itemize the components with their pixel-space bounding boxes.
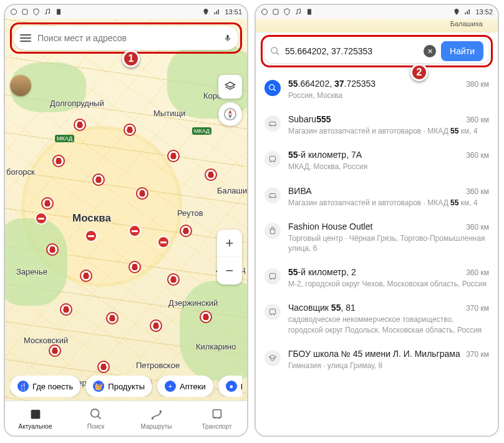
result-subtitle: М-2, городской округ Чехов, Московская о… bbox=[288, 279, 489, 289]
svg-point-17 bbox=[299, 12, 301, 14]
category-chip[interactable]: 🍴Где поесть bbox=[10, 376, 80, 397]
chip-label: К bbox=[241, 382, 242, 391]
svg-point-32 bbox=[270, 314, 271, 315]
bottom-nav: АктуальноеПоискМаршрутыТранспорт bbox=[5, 401, 247, 436]
road-badge: МКАД bbox=[55, 135, 74, 142]
traffic-icon[interactable] bbox=[200, 311, 212, 323]
traffic-icon[interactable] bbox=[92, 173, 105, 186]
callout-marker-1: 1 bbox=[122, 50, 140, 67]
find-button[interactable]: Найти bbox=[441, 41, 483, 61]
svg-point-3 bbox=[49, 12, 50, 14]
nav-bus[interactable]: Транспорт bbox=[187, 401, 247, 436]
svg-rect-7 bbox=[31, 409, 40, 419]
nav-search[interactable]: Поиск bbox=[65, 401, 126, 436]
mic-icon[interactable] bbox=[223, 32, 232, 44]
bus-icon bbox=[264, 268, 281, 285]
city-label: Долгопрудный bbox=[50, 99, 104, 108]
city-label: Реутов bbox=[177, 208, 203, 218]
noentry-icon[interactable] bbox=[85, 230, 97, 242]
doc-icon bbox=[55, 8, 62, 16]
category-chip[interactable]: 🧺Продукты bbox=[85, 376, 152, 397]
result-item[interactable]: 55.664202, 37.725353380 кмРоссия, Москва bbox=[256, 72, 498, 108]
zoom-in-button[interactable]: + bbox=[217, 230, 242, 257]
noentry-icon[interactable] bbox=[128, 225, 141, 237]
noentry-icon[interactable] bbox=[157, 236, 170, 248]
svg-point-30 bbox=[274, 278, 275, 280]
layers-button[interactable] bbox=[218, 75, 242, 99]
route-icon bbox=[150, 407, 163, 421]
map-canvas[interactable]: ДолгопрудныйМытищиКоролёвБалашиРеутовМос… bbox=[5, 19, 247, 436]
traffic-icon[interactable] bbox=[106, 312, 119, 324]
search-input[interactable] bbox=[37, 33, 223, 43]
city-label: Балаши bbox=[217, 186, 247, 195]
svg-rect-5 bbox=[226, 35, 229, 39]
traffic-icon[interactable] bbox=[124, 124, 136, 136]
result-distance: 360 км bbox=[466, 187, 489, 196]
result-title: 55.664202, 37.725353 bbox=[288, 79, 376, 89]
category-chip[interactable]: ●К bbox=[218, 376, 242, 397]
compass-icon bbox=[223, 107, 237, 121]
traffic-icon[interactable] bbox=[150, 319, 162, 332]
svg-rect-31 bbox=[269, 309, 275, 314]
nav-label: Транспорт bbox=[201, 423, 231, 430]
result-item[interactable]: 55-й километр, 7А360 кмМКАД, Москва, Рос… bbox=[256, 144, 498, 179]
svg-point-27 bbox=[274, 197, 275, 198]
result-item[interactable]: Fashion House Outlet360 кмТорговый центр… bbox=[256, 215, 498, 261]
search-input[interactable] bbox=[285, 46, 419, 56]
result-item[interactable]: Subaru555360 кмМагазин автозапчастей и а… bbox=[256, 108, 498, 144]
svg-point-16 bbox=[296, 13, 298, 14]
traffic-icon[interactable] bbox=[136, 187, 148, 200]
menu-icon[interactable] bbox=[20, 34, 31, 42]
phone-right: 13:52 Балашиха ✕ Найти 2 55.664202, 37.7… bbox=[254, 4, 499, 437]
svg-point-2 bbox=[46, 13, 47, 14]
traffic-icon[interactable] bbox=[205, 168, 217, 181]
category-chip[interactable]: +Аптеки bbox=[157, 376, 213, 397]
zoom-out-button[interactable]: − bbox=[217, 257, 242, 285]
noentry-icon[interactable] bbox=[35, 212, 47, 225]
result-item[interactable]: ГБОУ школа № 45 имени Л. И. Мильграма370… bbox=[256, 343, 498, 378]
nav-label: Поиск bbox=[87, 423, 105, 430]
svg-point-8 bbox=[90, 409, 99, 417]
result-subtitle: МКАД, Москва, Россия bbox=[288, 162, 489, 172]
search-bar[interactable] bbox=[14, 26, 238, 50]
category-chips: 🍴Где поесть🧺Продукты+Аптеки●К bbox=[10, 376, 242, 397]
traffic-icon[interactable] bbox=[74, 119, 86, 131]
search-blue-icon bbox=[264, 80, 281, 96]
traffic-icon[interactable] bbox=[167, 150, 180, 162]
nav-feed[interactable]: Актуальное bbox=[5, 401, 65, 436]
traffic-icon[interactable] bbox=[52, 155, 65, 167]
result-title: ВИВА bbox=[288, 186, 312, 196]
clear-button[interactable]: ✕ bbox=[424, 45, 436, 57]
avatar[interactable] bbox=[10, 75, 31, 96]
result-distance: 380 км bbox=[466, 80, 489, 89]
nav-route[interactable]: Маршруты bbox=[126, 401, 187, 436]
car-icon bbox=[264, 187, 281, 203]
traffic-icon[interactable] bbox=[128, 261, 141, 273]
result-item[interactable]: 55-й километр, 2360 кмМ-2, городской окр… bbox=[256, 261, 498, 296]
city-label: Петровское bbox=[136, 361, 180, 370]
result-item[interactable]: ВИВА360 кмМагазин автозапчастей и автото… bbox=[256, 180, 498, 215]
result-distance: 370 км bbox=[466, 350, 489, 359]
traffic-icon[interactable] bbox=[46, 243, 59, 256]
result-subtitle: Магазин автозапчастей и автотоваров · МК… bbox=[288, 198, 489, 208]
result-item[interactable]: Часовщик 55, 81370 кмсадоводческое неком… bbox=[256, 296, 498, 342]
traffic-icon[interactable] bbox=[97, 361, 110, 373]
layers-icon bbox=[224, 80, 236, 93]
traffic-icon[interactable] bbox=[60, 303, 72, 316]
search-bar[interactable]: ✕ Найти bbox=[265, 39, 488, 63]
traffic-icon[interactable] bbox=[167, 273, 180, 286]
search-icon bbox=[89, 407, 103, 421]
traffic-icon[interactable] bbox=[80, 270, 92, 282]
result-title: 55-й километр, 7А bbox=[288, 150, 362, 160]
result-distance: 370 км bbox=[466, 304, 489, 313]
result-title: Fashion House Outlet bbox=[288, 221, 372, 231]
traffic-icon[interactable] bbox=[49, 344, 61, 357]
traffic-icon[interactable] bbox=[41, 197, 54, 210]
car-icon bbox=[264, 115, 281, 132]
traffic-icon[interactable] bbox=[180, 225, 192, 237]
notif-icon bbox=[10, 8, 17, 16]
compass-button[interactable] bbox=[218, 102, 242, 126]
notif-icon bbox=[21, 8, 29, 16]
callout-marker-2: 2 bbox=[410, 64, 428, 81]
result-distance: 360 км bbox=[466, 151, 489, 160]
